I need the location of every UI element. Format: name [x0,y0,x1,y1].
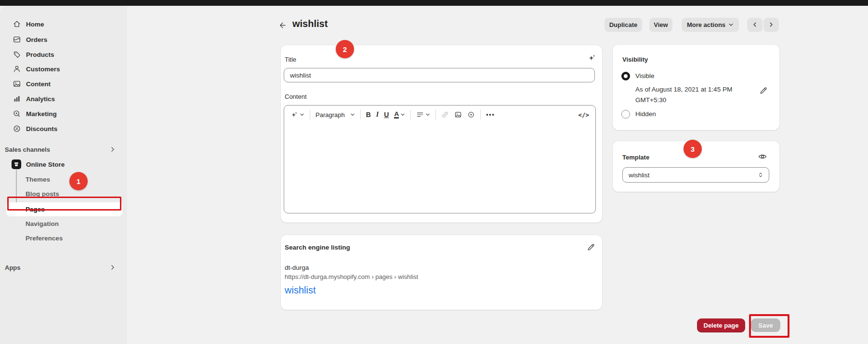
sidebar-item-label: Content [26,80,51,88]
editor-toolbar: Paragraph B I U A [284,106,595,124]
hidden-label: Hidden [635,110,656,118]
template-heading: Template [622,154,649,161]
sidebar-item-marketing[interactable]: Marketing [0,106,127,121]
toolbar-divider [480,110,481,119]
discounts-icon [13,124,21,133]
next-page-button[interactable] [763,18,779,31]
sidebar-item-label: Orders [26,36,47,43]
toolbar-divider [435,110,436,119]
link-icon [441,111,449,119]
customers-icon [13,65,21,73]
hidden-radio[interactable] [621,110,630,119]
sidebar-section-sales-channels[interactable]: Sales channels [0,142,127,157]
search-engine-listing-card: Search engine listing dt-durga https://d… [281,235,602,310]
sidebar-item-discounts[interactable]: Discounts [0,121,127,136]
edit-seo-button[interactable] [587,243,595,251]
eye-icon [758,152,767,161]
sidebar: Home Orders Products Customers Content A… [0,6,127,344]
alignment-button[interactable] [416,111,430,119]
visible-radio[interactable] [621,72,630,80]
sidebar-item-blog-posts[interactable]: Blog posts [0,186,127,201]
chevron-right-icon [109,264,117,271]
top-bar [0,0,868,6]
sidebar-item-home[interactable]: Home [0,17,127,31]
text-color-button[interactable]: A [394,111,405,119]
view-button[interactable]: View [649,18,672,31]
duplicate-button[interactable]: Duplicate [605,18,642,31]
template-select[interactable]: wishlist [622,167,769,183]
paragraph-style-dropdown[interactable]: Paragraph [316,111,355,119]
magic-ai-icon [290,111,298,119]
editor-body[interactable] [284,124,595,213]
insert-image-button[interactable] [454,111,462,119]
products-icon [13,50,21,59]
chevron-left-icon [752,22,758,27]
content-rich-text-editor[interactable]: Paragraph B I U A [284,105,596,213]
sidebar-item-orders[interactable]: Orders [0,32,127,47]
toolbar-divider [360,110,361,119]
play-circle-icon [467,111,475,119]
visibility-schedule: As of August 18, 2021 at 1:45 PM GMT+5:3… [635,84,750,106]
sidebar-item-label: Online Store [26,161,65,168]
text-color-glyph: A [394,111,399,119]
previous-page-button[interactable] [747,18,763,31]
more-actions-label: More actions [687,21,725,28]
sidebar-item-analytics[interactable]: Analytics [0,92,127,106]
orders-icon [13,35,21,44]
bold-button[interactable]: B [366,111,371,119]
shopify-admin: Home Orders Products Customers Content A… [0,0,868,344]
sidebar-item-label: Analytics [26,95,55,103]
sidebar-item-content[interactable]: Content [0,77,127,91]
sales-channels-label: Sales channels [5,146,50,153]
underline-button[interactable]: U [384,111,389,119]
title-input[interactable] [284,68,595,82]
view-label: View [654,21,668,28]
seo-breadcrumb-url: https://dt-durga.myshopify.com › pages ›… [285,273,418,280]
chevron-down-icon [400,112,405,117]
show-html-button[interactable]: </> [578,111,589,119]
updown-caret-icon [757,172,764,178]
edit-visibility-date-button[interactable] [759,86,768,95]
sidebar-item-label: Blog posts [26,190,59,198]
magic-ai-button[interactable] [290,111,304,119]
template-select-value: wishlist [629,172,650,179]
sidebar-item-pages[interactable]: Pages [0,202,127,216]
save-label: Save [758,322,773,329]
sidebar-item-customers[interactable]: Customers [0,62,127,76]
seo-page-link[interactable]: wishlist [285,285,316,296]
analytics-icon [13,94,21,103]
insert-link-button[interactable] [441,111,449,119]
marketing-icon [13,109,21,118]
visibility-card: Visibility Visible As of August 18, 2021… [613,45,779,130]
title-label: Title [285,56,296,63]
annotation-step-2: 2 [336,40,354,58]
save-button[interactable]: Save [751,318,780,332]
sidebar-item-preferences[interactable]: Preferences [0,231,127,245]
chevron-right-icon [109,146,117,153]
annotation-step-1: 1 [69,172,88,190]
magic-ai-icon[interactable] [588,53,596,62]
seo-site-name: dt-durga [285,264,309,271]
content-label: Content [285,93,307,100]
paragraph-label: Paragraph [316,111,345,119]
sidebar-item-navigation[interactable]: Navigation [0,216,127,231]
more-formatting-button[interactable]: ••• [486,111,495,118]
sidebar-item-products[interactable]: Products [0,47,127,62]
sidebar-item-label: Navigation [26,220,59,227]
seo-heading: Search engine listing [285,244,350,251]
insert-video-button[interactable] [467,111,475,119]
sidebar-item-label: Home [26,21,44,28]
italic-button[interactable]: I [376,111,379,119]
sidebar-item-themes[interactable]: Themes [0,172,127,186]
sidebar-item-label: Products [26,51,54,58]
sidebar-item-label: Pages [26,206,45,213]
delete-page-button[interactable]: Delete page [697,318,745,332]
toolbar-divider [310,110,310,119]
sidebar-item-label: Marketing [26,110,57,118]
home-icon [13,20,21,28]
sidebar-item-label: Customers [26,66,60,73]
more-actions-button[interactable]: More actions [682,18,739,31]
sidebar-section-apps[interactable]: Apps [0,260,127,275]
back-button[interactable] [276,19,289,31]
preview-template-button[interactable] [758,152,767,161]
